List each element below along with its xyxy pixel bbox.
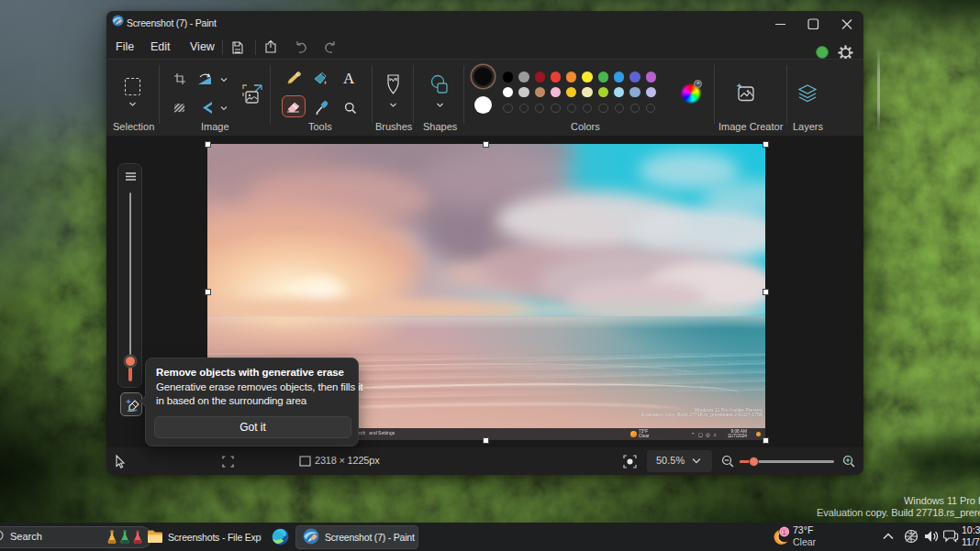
svg-text:1: 1 (783, 528, 786, 536)
